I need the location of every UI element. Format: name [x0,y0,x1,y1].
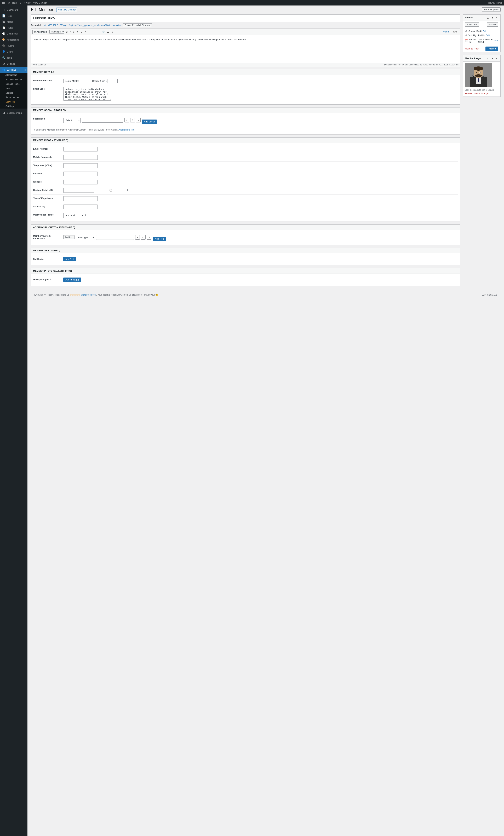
member-title-input[interactable] [33,16,458,20]
submenu-item-settings[interactable]: Settings [0,91,27,95]
website-input[interactable] [63,180,98,185]
add-skill-button[interactable]: Add Skill [63,257,76,261]
location-input[interactable] [63,172,98,176]
custom-field-remove-btn[interactable]: ✕ [147,235,151,240]
align-right-button[interactable]: ➡ [97,30,100,34]
sidebar-item-pages[interactable]: 📋 Pages [0,25,27,31]
italic-button[interactable]: I [69,30,72,34]
publish-collapse-down-btn[interactable]: ▼ [490,16,494,19]
collapse-menu-btn[interactable]: ◀ Collapse menu [0,110,27,116]
custom-url-checkbox[interactable] [95,189,126,191]
submenu-item-all-members[interactable]: All Members [0,73,27,77]
add-icon-button[interactable]: Add Icon [63,235,75,240]
align-center-button[interactable]: ↔ [92,30,96,34]
new-button[interactable]: + New [24,2,31,4]
status-edit-link[interactable]: Edit [483,30,486,33]
wordpress-org-link[interactable]: WordPress.org [81,293,96,296]
custom-url-input[interactable] [63,188,94,193]
social-copy-icon-btn[interactable]: ⧉ [130,118,135,122]
paragraph-select[interactable]: Paragraph [50,30,64,34]
editor-content[interactable]: Hudson Judy is a dedicated and passionat… [31,35,460,63]
preview-button[interactable]: Preview [487,22,498,26]
publish-button[interactable]: Publish [485,46,498,51]
bold-button[interactable]: B [65,30,68,34]
read-more-button[interactable]: ▬ [106,30,110,34]
special-tag-input[interactable] [63,205,98,209]
ordered-list-button[interactable]: ☰ [80,30,83,34]
user-profile-select[interactable]: abs.rubel [63,213,84,218]
remove-member-image-link[interactable]: Remove Member image [465,92,488,95]
social-url-input[interactable] [82,118,123,122]
visibility-edit-link[interactable]: Edit [486,34,489,37]
toolbar-toggle-button[interactable]: ⊟ [111,30,114,34]
howdy-text: Howdy, Hares [488,2,502,4]
link-button[interactable]: 🔗 [101,30,105,34]
image-collapse-down-btn[interactable]: ▼ [490,57,494,60]
strikethrough-button[interactable]: S [72,30,75,34]
sidebar-item-comments[interactable]: 💬 Comments [0,31,27,37]
gallery-images-label: Gallery Images ℹ [33,278,61,281]
image-close-btn[interactable]: ✕ [495,57,498,60]
field-type-select[interactable]: Field type [76,235,95,240]
member-info-title: MEMBER INFORMATION (PRO) [33,139,458,141]
screen-options-button[interactable]: Screen Options [482,7,501,12]
change-permalink-button[interactable]: Change Permalink Structure [123,23,152,27]
submenu-item-manage-teams[interactable]: Manage Teams [0,82,27,86]
sidebar-item-settings[interactable]: ⚙ Settings [0,61,27,67]
move-to-trash-button[interactable]: Move to Trash [465,48,479,50]
social-remove-icon-btn[interactable]: ✕ [136,118,141,122]
site-name[interactable]: WP Team [8,2,17,4]
sidebar-item-wpteam[interactable]: 👥 WP Team ◀ [0,67,27,73]
blockquote-button[interactable]: ❝ [84,30,87,34]
text-tab[interactable]: Text [451,30,459,34]
publish-close-btn[interactable]: ✕ [495,16,498,19]
telephone-label: Telephone (office) [33,163,61,167]
save-draft-button[interactable]: Save Draft [465,22,479,26]
custom-field-copy-btn[interactable]: ⧉ [141,235,146,240]
member-skills-box: MEMBER SKILLS (PRO) Skill Label Add Skil… [31,248,460,265]
custom-field-input[interactable] [96,235,134,240]
publish-collapse-up-btn[interactable]: ▲ [486,16,490,19]
sidebar-item-plugins[interactable]: 🔌 Plugins [0,43,27,49]
social-add-icon-btn[interactable]: + [124,118,129,122]
member-photo[interactable] [465,63,492,88]
position-input[interactable] [63,79,91,83]
sidebar-item-posts[interactable]: 📄 Posts [0,13,27,19]
publish-actions: Save Draft Preview [463,21,500,28]
year-exp-input[interactable] [63,196,98,201]
degree-input[interactable] [107,79,118,83]
visual-tab[interactable]: Visual [442,30,451,34]
sidebar-item-appearance[interactable]: 🎨 Appearance [0,37,27,43]
email-input[interactable] [63,147,98,151]
unordered-list-button[interactable]: ≡ [76,30,79,34]
sidebar-item-tools[interactable]: 🔧 Tools [0,55,27,61]
view-member-link[interactable]: View Member [33,2,47,4]
add-field-button[interactable]: Add Field [153,236,166,241]
permalink-link[interactable]: http://139.162.0.162/plugins/wpteam/?pos… [44,24,122,26]
social-select[interactable]: Select [63,118,80,123]
telephone-input[interactable] [63,163,98,168]
short-bio-textarea[interactable] [63,87,111,101]
add-image-button[interactable]: Add Image(s) [63,278,81,282]
publish-on-edit-link[interactable]: Edit [495,39,498,42]
add-social-button[interactable]: Add Social [142,119,157,124]
mobile-input[interactable] [63,155,98,160]
gallery-images-row: Gallery Images ℹ Add Image(s) [33,276,458,284]
submenu-item-recommended[interactable]: Recommended [0,95,27,100]
sidebar-item-media[interactable]: 🖼 Media [0,19,27,25]
upgrade-to-pro-link[interactable]: Upgrade to Pro! [119,129,135,131]
image-collapse-up-btn[interactable]: ▲ [486,57,490,60]
submenu-item-tools[interactable]: Tools [0,86,27,91]
submenu-item-get-help[interactable]: Get Help [0,104,27,109]
notif-count[interactable]: 0 [20,2,21,4]
add-new-member-button[interactable]: Add New Member [56,7,77,12]
submenu-item-lite-vs-pro[interactable]: Lite vs Pro [0,100,27,104]
add-media-button[interactable]: ⊕ Add Media [33,30,49,34]
custom-fields-box: ADDITIONAL CUSTOM FIELDS (PRO) Member Cu… [31,225,460,245]
member-skills-title: MEMBER SKILLS (PRO) [33,249,458,252]
submenu-item-add-new-member[interactable]: Add New Member [0,77,27,82]
sidebar-item-users[interactable]: 👤 Users [0,49,27,55]
custom-field-add-btn[interactable]: + [135,235,140,240]
sidebar-item-dashboard[interactable]: ⊞ Dashboard [0,7,27,13]
align-left-button[interactable]: ⬅ [88,30,91,34]
